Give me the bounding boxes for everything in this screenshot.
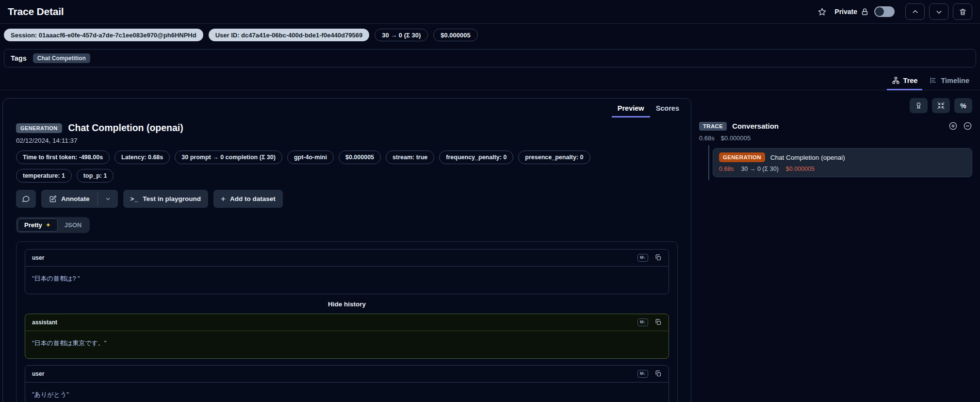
observation-badges: Time to first token: -498.00s Latency: 0… <box>3 144 634 183</box>
chevron-down-icon <box>935 8 943 16</box>
badge-token-breakdown: 30 prompt → 0 completion (Σ 30) <box>175 151 282 164</box>
copy-icon[interactable] <box>654 318 662 326</box>
circle-plus-icon <box>948 121 958 131</box>
markdown-toggle-icon[interactable]: M↓ <box>637 370 648 378</box>
format-json-button[interactable]: JSON <box>58 218 88 232</box>
plus-icon: + <box>221 195 226 203</box>
badge-model[interactable]: gpt-4o-mini <box>287 151 334 164</box>
node-latency: 0.68s <box>719 166 734 172</box>
trace-name: Conversation <box>732 122 779 130</box>
cost-badge: $0.000005 <box>433 29 477 41</box>
generation-tree-node[interactable]: GENERATION Chat Completion (openai) 0.68… <box>713 148 972 177</box>
tab-preview[interactable]: Preview <box>612 100 650 117</box>
message-content: "日本の首都は東京です。" <box>25 331 669 358</box>
metrics-percent-button[interactable]: % <box>954 98 972 113</box>
generation-badge: GENERATION <box>719 152 765 162</box>
header-controls: Private <box>817 3 972 20</box>
delete-trace-button[interactable] <box>953 3 972 20</box>
annotate-button[interactable]: Annotate <box>41 190 98 208</box>
panel-tabs: Preview Scores <box>3 99 691 117</box>
tree-icon <box>892 76 900 84</box>
lock-icon <box>861 8 869 16</box>
toggle-knob <box>875 7 884 16</box>
copy-icon[interactable] <box>654 254 662 261</box>
privacy-toggle[interactable] <box>874 6 895 17</box>
json-label: JSON <box>65 221 82 229</box>
add-to-dataset-label: Add to dataset <box>230 195 276 202</box>
comments-button[interactable] <box>16 190 36 208</box>
shrink-icon <box>937 101 945 110</box>
privacy-group: Private <box>834 6 895 17</box>
markdown-toggle-icon[interactable]: M↓ <box>637 318 648 326</box>
message-role: user <box>32 370 44 377</box>
badge-temperature: temperature: 1 <box>16 169 72 183</box>
add-to-dataset-button[interactable]: + Add to dataset <box>213 190 283 208</box>
markdown-toggle-icon[interactable]: M↓ <box>637 254 648 262</box>
generation-type-badge: GENERATION <box>16 123 62 133</box>
format-pretty-button[interactable]: Pretty ✦ <box>17 218 58 232</box>
previous-trace-button[interactable] <box>905 3 925 20</box>
observation-panel: Preview Scores GENERATION Chat Completio… <box>2 98 691 402</box>
playground-label: Test in playground <box>143 195 201 202</box>
badge-top-p: top_p: 1 <box>77 169 114 183</box>
message-role: assistant <box>32 319 57 326</box>
annotate-dropdown-button[interactable] <box>98 190 118 208</box>
collapse-node-button[interactable] <box>963 121 972 131</box>
tab-timeline-label: Timeline <box>941 77 969 84</box>
tag-chip[interactable]: Chat Competition <box>33 53 90 63</box>
badge-latency: Latency: 0.68s <box>114 151 170 164</box>
tree-connector-line <box>708 145 709 180</box>
scores-award-button[interactable] <box>910 98 928 113</box>
page-header: Trace Detail Private <box>0 0 980 23</box>
star-icon <box>817 7 827 17</box>
message-role: user <box>32 254 44 261</box>
node-tokens: 30 → 0 (Σ 30) <box>741 166 779 172</box>
circle-minus-icon <box>963 121 972 131</box>
session-badge[interactable]: Session: 01aaacf6-e0fe-457d-a7de-7c1ee08… <box>4 29 203 41</box>
badge-cost: $0.000005 <box>339 151 381 164</box>
node-metrics: 0.68s 30 → 0 (Σ 30) $0.000005 <box>719 166 966 172</box>
message-card-assistant: assistant M↓ "日本の首都は東京です。" <box>25 314 669 359</box>
percent-icon: % <box>960 102 966 110</box>
badge-time-to-first-token: Time to first token: -498.00s <box>16 151 110 164</box>
badge-stream: stream: true <box>386 151 434 164</box>
observation-timestamp: 02/12/2024, 14:11:37 <box>16 137 678 144</box>
next-trace-button[interactable] <box>929 3 948 20</box>
tree-node-row: GENERATION Chat Completion (openai) 0.68… <box>699 148 972 177</box>
trace-metrics: 0.68s $0.000005 <box>699 134 972 142</box>
message-content: "ありがとう" <box>25 383 669 402</box>
trace-root-row[interactable]: TRACE Conversation <box>699 121 972 131</box>
chevron-down-icon <box>104 195 112 202</box>
tab-timeline[interactable]: Timeline <box>924 73 974 90</box>
tab-tree[interactable]: Tree <box>887 73 923 90</box>
sparkles-icon: ✦ <box>46 221 51 229</box>
trace-latency: 0.68s <box>699 134 715 142</box>
trace-type-badge: TRACE <box>699 122 727 131</box>
tab-scores[interactable]: Scores <box>650 100 685 117</box>
view-tabs: Tree Timeline <box>0 73 980 90</box>
terminal-icon: >_ <box>131 195 139 202</box>
privacy-label: Private <box>834 8 857 16</box>
trace-meta-row: Session: 01aaacf6-e0fe-457d-a7de-7c1ee08… <box>0 24 980 46</box>
collapse-all-button[interactable] <box>932 98 950 113</box>
message-content: "日本の首都は? " <box>25 267 669 294</box>
token-usage-badge: 30 → 0 (Σ 30) <box>375 29 428 41</box>
bookmark-star-button[interactable] <box>817 6 828 17</box>
trace-tree-panel: % TRACE Conversation 0.68s $0.000005 <box>699 98 976 177</box>
badge-presence-penalty: presence_penalty: 0 <box>518 151 590 164</box>
timeline-icon <box>929 76 937 84</box>
test-in-playground-button[interactable]: >_ Test in playground <box>123 190 209 208</box>
tab-tree-label: Tree <box>903 77 918 84</box>
user-id-badge[interactable]: User ID: dc47a41e-06bc-400d-bde1-f0e440d… <box>209 29 370 41</box>
tree-toolbar: % <box>699 98 972 113</box>
observation-title: Chat Completion (openai) <box>68 122 183 134</box>
message-card-user-1: user M↓ "日本の首都は? " <box>25 249 669 294</box>
expand-all-button[interactable] <box>948 121 958 131</box>
pretty-label: Pretty <box>24 221 42 229</box>
copy-icon[interactable] <box>654 370 662 377</box>
hide-history-button[interactable]: Hide history <box>25 294 669 314</box>
tags-label: Tags <box>11 54 27 62</box>
format-toggle: Pretty ✦ JSON <box>16 217 90 233</box>
page-title: Trace Detail <box>8 6 64 17</box>
message-header: assistant M↓ <box>25 314 669 331</box>
